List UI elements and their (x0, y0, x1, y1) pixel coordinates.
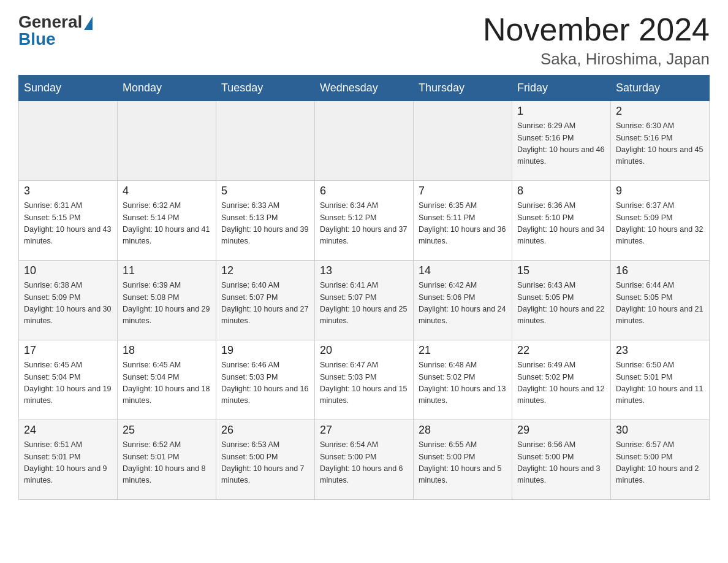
title-section: November 2024 Saka, Hiroshima, Japan (483, 12, 710, 69)
day-number: 1 (517, 105, 605, 118)
page-header: General Blue November 2024 Saka, Hiroshi… (18, 12, 710, 69)
day-info: Sunrise: 6:39 AMSunset: 5:08 PMDaylight:… (123, 280, 211, 327)
calendar-cell: 2Sunrise: 6:30 AMSunset: 5:16 PMDaylight… (611, 101, 710, 181)
calendar-cell: 20Sunrise: 6:47 AMSunset: 5:03 PMDayligh… (315, 340, 414, 420)
day-number: 17 (24, 344, 112, 357)
day-info: Sunrise: 6:53 AMSunset: 5:00 PMDaylight:… (221, 439, 309, 487)
day-number: 2 (616, 105, 704, 118)
day-info: Sunrise: 6:50 AMSunset: 5:01 PMDaylight:… (616, 359, 704, 407)
day-info: Sunrise: 6:37 AMSunset: 5:09 PMDaylight:… (616, 200, 704, 248)
day-number: 3 (24, 185, 112, 197)
calendar-title: November 2024 (483, 12, 710, 47)
weekday-header-monday: Monday (118, 75, 216, 101)
day-number: 20 (320, 344, 408, 357)
calendar-cell: 6Sunrise: 6:34 AMSunset: 5:12 PMDaylight… (315, 181, 414, 261)
calendar-cell: 26Sunrise: 6:53 AMSunset: 5:00 PMDayligh… (216, 420, 315, 500)
calendar-week-3: 10Sunrise: 6:38 AMSunset: 5:09 PMDayligh… (19, 261, 710, 340)
day-info: Sunrise: 6:34 AMSunset: 5:12 PMDaylight:… (320, 200, 408, 248)
day-number: 22 (517, 344, 605, 357)
calendar-cell: 19Sunrise: 6:46 AMSunset: 5:03 PMDayligh… (216, 340, 315, 420)
weekday-header-thursday: Thursday (414, 75, 512, 101)
weekday-header-saturday: Saturday (611, 75, 710, 101)
day-number: 13 (320, 264, 408, 277)
day-number: 23 (616, 344, 704, 357)
day-info: Sunrise: 6:45 AMSunset: 5:04 PMDaylight:… (24, 359, 112, 407)
calendar-cell: 24Sunrise: 6:51 AMSunset: 5:01 PMDayligh… (19, 420, 118, 500)
day-number: 30 (616, 424, 704, 437)
calendar-cell: 17Sunrise: 6:45 AMSunset: 5:04 PMDayligh… (19, 340, 118, 420)
calendar-cell: 7Sunrise: 6:35 AMSunset: 5:11 PMDaylight… (414, 181, 512, 261)
day-info: Sunrise: 6:51 AMSunset: 5:01 PMDaylight:… (24, 439, 112, 487)
calendar-cell: 22Sunrise: 6:49 AMSunset: 5:02 PMDayligh… (512, 340, 611, 420)
calendar-cell: 3Sunrise: 6:31 AMSunset: 5:15 PMDaylight… (19, 181, 118, 261)
day-number: 27 (320, 424, 408, 437)
calendar-cell (19, 101, 118, 181)
logo: General Blue (18, 12, 93, 49)
day-number: 29 (517, 424, 605, 437)
calendar-cell (118, 101, 216, 181)
day-info: Sunrise: 6:56 AMSunset: 5:00 PMDaylight:… (517, 439, 605, 487)
calendar-week-1: 1Sunrise: 6:29 AMSunset: 5:16 PMDaylight… (19, 101, 710, 181)
logo-blue-text: Blue (18, 29, 56, 49)
calendar-cell: 16Sunrise: 6:44 AMSunset: 5:05 PMDayligh… (611, 261, 710, 340)
day-info: Sunrise: 6:52 AMSunset: 5:01 PMDaylight:… (123, 439, 211, 487)
calendar-cell (414, 101, 512, 181)
calendar-cell: 12Sunrise: 6:40 AMSunset: 5:07 PMDayligh… (216, 261, 315, 340)
calendar-cell: 8Sunrise: 6:36 AMSunset: 5:10 PMDaylight… (512, 181, 611, 261)
calendar-cell: 1Sunrise: 6:29 AMSunset: 5:16 PMDaylight… (512, 101, 611, 181)
day-number: 10 (24, 264, 112, 277)
day-info: Sunrise: 6:32 AMSunset: 5:14 PMDaylight:… (123, 200, 211, 248)
calendar-cell: 14Sunrise: 6:42 AMSunset: 5:06 PMDayligh… (414, 261, 512, 340)
calendar-table: SundayMondayTuesdayWednesdayThursdayFrid… (18, 75, 710, 500)
calendar-cell: 21Sunrise: 6:48 AMSunset: 5:02 PMDayligh… (414, 340, 512, 420)
calendar-cell: 25Sunrise: 6:52 AMSunset: 5:01 PMDayligh… (118, 420, 216, 500)
calendar-week-2: 3Sunrise: 6:31 AMSunset: 5:15 PMDaylight… (19, 181, 710, 261)
weekday-header-friday: Friday (512, 75, 611, 101)
day-number: 11 (123, 264, 211, 277)
calendar-cell: 5Sunrise: 6:33 AMSunset: 5:13 PMDaylight… (216, 181, 315, 261)
day-number: 25 (123, 424, 211, 437)
day-info: Sunrise: 6:44 AMSunset: 5:05 PMDaylight:… (616, 280, 704, 327)
weekday-header-wednesday: Wednesday (315, 75, 414, 101)
day-info: Sunrise: 6:30 AMSunset: 5:16 PMDaylight:… (616, 120, 704, 168)
calendar-week-4: 17Sunrise: 6:45 AMSunset: 5:04 PMDayligh… (19, 340, 710, 420)
day-number: 8 (517, 185, 605, 197)
day-number: 7 (419, 185, 507, 197)
day-info: Sunrise: 6:55 AMSunset: 5:00 PMDaylight:… (419, 439, 507, 487)
day-number: 15 (517, 264, 605, 277)
day-info: Sunrise: 6:57 AMSunset: 5:00 PMDaylight:… (616, 439, 704, 487)
day-number: 5 (221, 185, 309, 197)
day-number: 18 (123, 344, 211, 357)
day-info: Sunrise: 6:43 AMSunset: 5:05 PMDaylight:… (517, 280, 605, 327)
calendar-subtitle: Saka, Hiroshima, Japan (483, 50, 710, 69)
calendar-cell: 15Sunrise: 6:43 AMSunset: 5:05 PMDayligh… (512, 261, 611, 340)
day-number: 12 (221, 264, 309, 277)
day-info: Sunrise: 6:29 AMSunset: 5:16 PMDaylight:… (517, 120, 605, 168)
day-number: 9 (616, 185, 704, 197)
calendar-cell: 13Sunrise: 6:41 AMSunset: 5:07 PMDayligh… (315, 261, 414, 340)
day-number: 4 (123, 185, 211, 197)
day-info: Sunrise: 6:47 AMSunset: 5:03 PMDaylight:… (320, 359, 408, 407)
calendar-cell: 11Sunrise: 6:39 AMSunset: 5:08 PMDayligh… (118, 261, 216, 340)
calendar-cell: 10Sunrise: 6:38 AMSunset: 5:09 PMDayligh… (19, 261, 118, 340)
day-number: 14 (419, 264, 507, 277)
weekday-header-tuesday: Tuesday (216, 75, 315, 101)
day-number: 6 (320, 185, 408, 197)
day-info: Sunrise: 6:45 AMSunset: 5:04 PMDaylight:… (123, 359, 211, 407)
day-info: Sunrise: 6:49 AMSunset: 5:02 PMDaylight:… (517, 359, 605, 407)
day-info: Sunrise: 6:35 AMSunset: 5:11 PMDaylight:… (419, 200, 507, 248)
calendar-cell (315, 101, 414, 181)
day-info: Sunrise: 6:31 AMSunset: 5:15 PMDaylight:… (24, 200, 112, 248)
day-number: 21 (419, 344, 507, 357)
day-info: Sunrise: 6:46 AMSunset: 5:03 PMDaylight:… (221, 359, 309, 407)
day-info: Sunrise: 6:42 AMSunset: 5:06 PMDaylight:… (419, 280, 507, 327)
day-info: Sunrise: 6:36 AMSunset: 5:10 PMDaylight:… (517, 200, 605, 248)
calendar-cell: 27Sunrise: 6:54 AMSunset: 5:00 PMDayligh… (315, 420, 414, 500)
day-number: 16 (616, 264, 704, 277)
calendar-cell: 23Sunrise: 6:50 AMSunset: 5:01 PMDayligh… (611, 340, 710, 420)
day-info: Sunrise: 6:33 AMSunset: 5:13 PMDaylight:… (221, 200, 309, 248)
day-number: 24 (24, 424, 112, 437)
calendar-cell: 30Sunrise: 6:57 AMSunset: 5:00 PMDayligh… (611, 420, 710, 500)
logo-triangle-icon (84, 17, 93, 30)
calendar-cell: 29Sunrise: 6:56 AMSunset: 5:00 PMDayligh… (512, 420, 611, 500)
